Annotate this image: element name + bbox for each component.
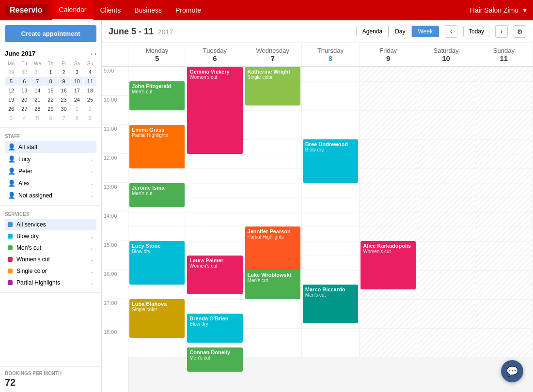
day-column-4[interactable]: Alice Karkadupolis Women's cut xyxy=(360,67,417,357)
staff-item-alex[interactable]: 👤 Alex ⌄ xyxy=(5,177,96,189)
mini-cal-prev[interactable]: ‹ xyxy=(91,51,93,57)
appointment-appt5[interactable]: Luba Blahova Single color xyxy=(129,299,185,338)
appointment-appt10[interactable]: Katherine Wright Single color xyxy=(245,67,300,106)
service-item-all-services[interactable]: All services xyxy=(5,219,96,230)
mini-cal-day[interactable]: 9 xyxy=(58,77,70,86)
appointment-appt14[interactable]: Marco Riccardo Men's cut xyxy=(303,285,358,323)
day-view-button[interactable]: Day xyxy=(389,26,411,37)
mini-cal-day[interactable]: 22 xyxy=(44,95,57,104)
appointment-appt3[interactable]: Jerome Isma Men's cut xyxy=(129,183,185,207)
mini-cal-day[interactable]: 15 xyxy=(44,86,57,95)
appointment-appt9[interactable]: Connan Donelly Men's cut xyxy=(187,347,242,372)
service-item-blow-dry[interactable]: Blow dry ⌄ xyxy=(5,230,96,242)
mini-cal-day[interactable]: 29 xyxy=(5,68,17,76)
mini-cal-day[interactable]: 4 xyxy=(84,68,96,76)
mini-cal-day[interactable]: 11 xyxy=(84,77,96,86)
week-view-button[interactable]: Week xyxy=(412,26,439,37)
mini-cal-day[interactable]: 19 xyxy=(5,95,17,104)
appointment-service: Men's cut xyxy=(132,191,182,196)
appointment-appt6[interactable]: Gemma Vickery Women's cut xyxy=(187,67,242,154)
mini-cal-day[interactable]: 26 xyxy=(5,105,17,113)
service-color-dot xyxy=(8,234,13,239)
create-appointment-button[interactable]: Create appointment xyxy=(5,25,96,42)
service-name: All services xyxy=(16,221,46,228)
mini-cal-day[interactable]: 1 xyxy=(71,105,83,113)
next-week-button[interactable]: › xyxy=(495,25,508,38)
mini-cal-next[interactable]: › xyxy=(94,51,96,57)
mini-cal-day[interactable]: 3 xyxy=(71,68,83,76)
appointment-appt1[interactable]: John Fitzgerald Men's cut xyxy=(129,81,185,110)
calendar-settings-button[interactable]: ⚙ xyxy=(514,25,526,38)
half-hour-line xyxy=(186,343,243,343)
day-column-1[interactable]: Gemma Vickery Women's cutLaura Palmer Wo… xyxy=(186,67,244,357)
prev-week-button[interactable]: ‹ xyxy=(445,25,457,38)
service-item-women's-cut[interactable]: Women's cut ⌄ xyxy=(5,254,96,265)
mini-cal-day[interactable]: 1 xyxy=(44,68,57,76)
half-hour-line xyxy=(244,314,301,314)
day-column-6[interactable] xyxy=(475,67,533,357)
staff-item-peter[interactable]: 👤 Peter ⌄ xyxy=(5,165,96,177)
appointment-appt7[interactable]: Laura Palmer Women's cut xyxy=(187,256,242,294)
appointment-appt13[interactable]: Bree Undrewood Blow dry xyxy=(303,139,358,183)
mini-cal-day[interactable]: 6 xyxy=(44,114,57,122)
nav-business[interactable]: Business xyxy=(127,0,169,20)
chevron-icon: ⌄ xyxy=(90,280,94,286)
staff-item-all-staff[interactable]: 👤 All staff xyxy=(5,141,96,153)
mini-cal-day[interactable]: 8 xyxy=(44,77,57,86)
appointment-appt4[interactable]: Lucy Stone Blow dry xyxy=(129,241,185,285)
mini-cal-day[interactable]: 7 xyxy=(58,114,70,122)
appointment-name: Emma Grass xyxy=(132,127,182,133)
day-column-3[interactable]: Bree Undrewood Blow dryMarco Riccardo Me… xyxy=(302,67,360,357)
mini-cal-day[interactable]: 2 xyxy=(58,68,70,76)
mini-cal-day[interactable]: 3 xyxy=(5,114,17,122)
mini-cal-day[interactable]: 17 xyxy=(71,86,83,95)
appointment-appt11[interactable]: Jennifer Pearson Partial Highlights xyxy=(245,226,300,275)
mini-cal-day[interactable]: 9 xyxy=(84,114,96,122)
mini-cal-day[interactable]: 30 xyxy=(18,68,31,76)
mini-cal-day[interactable]: 4 xyxy=(18,114,31,122)
mini-cal-day[interactable]: 5 xyxy=(31,114,44,122)
service-item-men's-cut[interactable]: Men's cut ⌄ xyxy=(5,242,96,254)
agenda-view-button[interactable]: Agenda xyxy=(356,26,389,37)
nav-promote[interactable]: Promote xyxy=(169,0,208,20)
appointment-appt15[interactable]: Alice Karkadupolis Women's cut xyxy=(361,241,416,289)
service-item-single-color[interactable]: Single color ⌄ xyxy=(5,265,96,277)
mini-cal-day[interactable]: 6 xyxy=(18,77,31,86)
mini-cal-day[interactable]: 10 xyxy=(71,77,83,86)
mini-cal-day[interactable]: 30 xyxy=(58,105,70,113)
day-column-2[interactable]: Katherine Wright Single colorJennifer Pe… xyxy=(244,67,302,357)
mini-cal-day[interactable]: 21 xyxy=(31,95,44,104)
mini-cal-day[interactable]: 24 xyxy=(71,95,83,104)
mini-cal-day[interactable]: 25 xyxy=(84,95,96,104)
mini-cal-day[interactable]: 2 xyxy=(84,105,96,113)
mini-cal-day[interactable]: 16 xyxy=(58,86,70,95)
staff-item-lucy[interactable]: 👤 Lucy ⌄ xyxy=(5,153,96,165)
staff-item-not-assigned[interactable]: 👤 Not assigned ⌄ xyxy=(5,189,96,201)
nav-clients[interactable]: Clients xyxy=(93,0,127,20)
day-column-0[interactable]: John Fitzgerald Men's cutEmma Grass Part… xyxy=(128,67,186,357)
nav-calendar[interactable]: Calendar xyxy=(52,0,94,20)
mini-cal-day[interactable]: 27 xyxy=(18,105,31,113)
chat-button[interactable]: 💬 xyxy=(501,360,523,382)
day-column-5[interactable] xyxy=(417,67,475,357)
chevron-icon: ⌄ xyxy=(90,168,94,174)
mini-calendar-header: June 2017 ‹ › xyxy=(5,50,96,57)
mini-cal-day[interactable]: 28 xyxy=(31,105,44,113)
mini-cal-day[interactable]: 12 xyxy=(5,86,17,95)
appointment-appt2[interactable]: Emma Grass Partial Highlights xyxy=(129,125,185,168)
mini-cal-day[interactable]: 18 xyxy=(84,86,96,95)
mini-cal-day[interactable]: 31 xyxy=(31,68,44,76)
today-button[interactable]: Today xyxy=(463,26,489,37)
mini-cal-day[interactable]: 8 xyxy=(71,114,83,122)
mini-cal-day[interactable]: 7 xyxy=(31,77,44,86)
mini-cal-day[interactable]: 14 xyxy=(31,86,44,95)
mini-cal-day[interactable]: 23 xyxy=(58,95,70,104)
mini-cal-day[interactable]: 20 xyxy=(18,95,31,104)
appointment-appt8[interactable]: Brenda O'Brien Blow dry xyxy=(187,314,242,343)
mini-cal-day[interactable]: 29 xyxy=(44,105,57,113)
mini-cal-day[interactable]: 5 xyxy=(5,77,17,86)
appointment-appt12[interactable]: Luke Wroblowski Men's cut xyxy=(245,270,300,299)
half-hour-line xyxy=(360,314,417,314)
mini-cal-day[interactable]: 13 xyxy=(18,86,31,95)
service-item-partial-highlights[interactable]: Partial Highlights ⌄ xyxy=(5,277,96,288)
